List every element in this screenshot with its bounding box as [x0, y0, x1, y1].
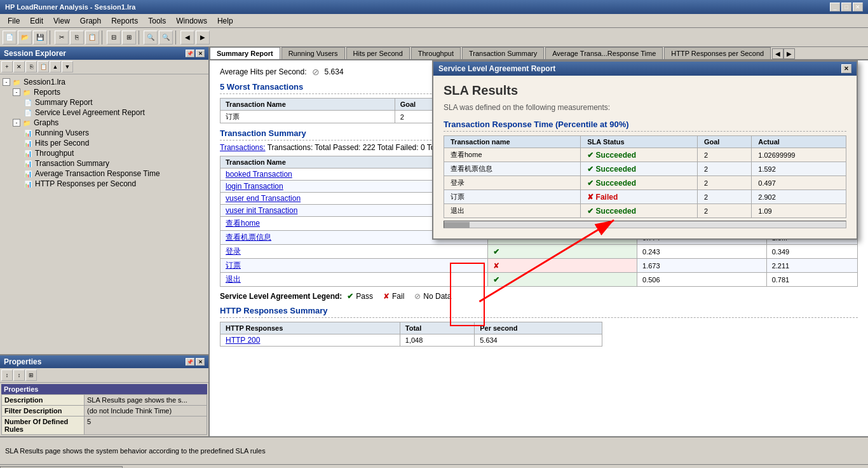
- toolbar-filter2[interactable]: ⊞: [122, 31, 136, 45]
- tree-graphs[interactable]: - 📁 Graphs: [3, 118, 206, 128]
- exp-down-btn[interactable]: ▼: [62, 61, 73, 72]
- exp-remove-btn[interactable]: ✕: [13, 61, 25, 72]
- toolbar-back[interactable]: ◀: [180, 31, 194, 45]
- trans-row-login2: 登录 ✔ 0.243 0.349: [220, 245, 858, 259]
- session-explorer-title: Session Explorer: [4, 49, 66, 58]
- report-content: Average Hits per Second: ⊘ 5.634 View HT…: [210, 60, 868, 436]
- toolbar-copy[interactable]: ⎘: [70, 31, 84, 45]
- sla-horizontal-scrollbar[interactable]: [444, 221, 846, 228]
- panel-close-button[interactable]: ✕: [196, 50, 205, 57]
- toolbar-zoom-in[interactable]: 🔍: [144, 31, 158, 45]
- http-summary-title: HTTP Responses Summary: [220, 306, 858, 318]
- sla-close-button[interactable]: ✕: [841, 64, 851, 73]
- tree-expand-graphs[interactable]: -: [13, 119, 20, 127]
- trans-link-login2[interactable]: 登录: [226, 247, 241, 256]
- sla-scrollbar-thumb[interactable]: [444, 222, 470, 228]
- tab-throughput[interactable]: Throughput: [411, 47, 461, 59]
- tab-transaction-summary[interactable]: Transaction Summary: [462, 47, 544, 59]
- tree-http-responses[interactable]: 📊 HTTP Responses per Second: [3, 179, 206, 189]
- tab-running-vusers[interactable]: Running Vusers: [281, 47, 345, 59]
- toolbar-save[interactable]: 💾: [33, 31, 47, 45]
- tree-throughput[interactable]: 📊 Throughput: [3, 148, 206, 158]
- transactions-link[interactable]: Transactions:: [220, 143, 266, 152]
- tree-expand-reports[interactable]: -: [13, 88, 20, 96]
- minimize-button[interactable]: _: [830, 3, 840, 11]
- trans-link-booked[interactable]: booked Transaction: [226, 170, 292, 179]
- tab-scroll-left[interactable]: ◀: [772, 48, 783, 59]
- exp-copy-btn[interactable]: ⎘: [25, 61, 37, 72]
- properties-controls[interactable]: 📌 ✕: [186, 358, 205, 366]
- http-200-link[interactable]: HTTP 200: [226, 336, 260, 345]
- menu-view[interactable]: View: [48, 15, 75, 27]
- tab-scroll-right[interactable]: ▶: [783, 48, 795, 59]
- toolbar-filter[interactable]: ⊟: [107, 31, 121, 45]
- prop-sort-btn[interactable]: ↕: [1, 369, 13, 381]
- sla-status-book: ✘ Failed: [581, 190, 698, 204]
- tree-avg-transaction[interactable]: 📊 Average Transaction Response Time: [3, 169, 206, 179]
- menu-reports[interactable]: Reports: [106, 15, 143, 27]
- maximize-button[interactable]: □: [841, 3, 851, 11]
- tab-avg-response-time[interactable]: Average Transa...Response Time: [545, 47, 663, 59]
- tree-avg-transaction-label: Average Transaction Response Time: [35, 169, 160, 178]
- trans-link-vuser-init[interactable]: vuser init Transaction: [226, 206, 297, 215]
- properties-pin-button[interactable]: 📌: [186, 358, 194, 366]
- menu-tools[interactable]: Tools: [143, 15, 171, 27]
- toolbar-paste[interactable]: 📋: [85, 31, 99, 45]
- prop-row-filter: Filter Description (do not Include Think…: [2, 406, 207, 416]
- tree-expand-root[interactable]: -: [3, 78, 10, 86]
- properties-close-button[interactable]: ✕: [196, 358, 205, 366]
- tab-http-responses[interactable]: HTTP Responses per Second: [664, 47, 771, 59]
- controller-output-tab[interactable]: i Controller Output Messages: [0, 466, 123, 469]
- trans-link-home[interactable]: 查看home: [226, 219, 260, 228]
- tree-hits-per-second[interactable]: 📊 Hits per Second: [3, 138, 206, 148]
- properties-header: Properties 📌 ✕: [0, 355, 208, 368]
- trans-link-login[interactable]: login Transaction: [226, 182, 283, 191]
- menu-graph[interactable]: Graph: [75, 15, 106, 27]
- tree-root[interactable]: - 📁 Session1.lra: [3, 77, 206, 87]
- sla-row-exit: 退出 ✔ Succeeded 2 1.09: [444, 204, 846, 218]
- toolbar-new[interactable]: 📄: [3, 31, 17, 45]
- sla-status-home: ✔ Succeeded: [581, 148, 698, 162]
- trans-link-vuser-end[interactable]: vuser end Transaction: [226, 194, 301, 203]
- tree-sla-report[interactable]: 📄 Service Level Agreement Report: [3, 107, 206, 118]
- menu-help[interactable]: Help: [212, 15, 238, 27]
- sla-goal-book: 2: [697, 190, 751, 204]
- menu-edit[interactable]: Edit: [25, 15, 48, 27]
- trans-link-exit[interactable]: 退出: [226, 275, 241, 284]
- session-icon: 📁: [11, 78, 22, 86]
- tab-hits-per-second[interactable]: Hits per Second: [346, 47, 410, 59]
- toolbar-zoom-out[interactable]: 🔍: [159, 31, 173, 45]
- toolbar-open[interactable]: 📂: [18, 31, 32, 45]
- sla-status-ticket-value: ✔ Succeeded: [587, 165, 636, 174]
- tree-transaction-summary[interactable]: 📊 Transaction Summary: [3, 158, 206, 169]
- window-controls[interactable]: _ □ ✕: [830, 3, 863, 11]
- tree-reports[interactable]: - 📁 Reports: [3, 87, 206, 97]
- panel-controls[interactable]: 📌 ✕: [186, 50, 205, 57]
- prop-extra-btn[interactable]: ⊞: [25, 369, 37, 381]
- pass-icon: ✔: [347, 292, 353, 301]
- exp-properties-btn[interactable]: 📋: [37, 61, 49, 72]
- sla-main-title: SLA Results: [444, 83, 846, 98]
- prop-sort2-btn[interactable]: ↕: [13, 369, 25, 381]
- sla-dialog-title: Service Level Agreement Report: [438, 64, 555, 73]
- panel-pin-button[interactable]: 📌: [186, 50, 194, 57]
- toolbar-cut[interactable]: ✂: [55, 31, 69, 45]
- trans-link-ticket-info[interactable]: 查看机票信息: [226, 233, 271, 242]
- tab-summary-report[interactable]: Summary Report: [210, 47, 280, 60]
- trans-link-book[interactable]: 订票: [226, 261, 241, 270]
- menu-file[interactable]: File: [3, 15, 25, 27]
- tree-running-vusers[interactable]: 📊 Running Vusers: [3, 128, 206, 138]
- exp-up-btn[interactable]: ▲: [50, 61, 61, 72]
- sla-dialog-controls[interactable]: ✕: [841, 64, 851, 73]
- toolbar-forward[interactable]: ▶: [196, 31, 210, 45]
- sla-actual-exit: 1.09: [752, 204, 846, 218]
- trans-status-exit: ✔: [488, 273, 637, 287]
- close-button[interactable]: ✕: [853, 3, 863, 11]
- exp-add-btn[interactable]: +: [1, 61, 13, 72]
- toolbar-sep2: [102, 31, 104, 45]
- legend-pass-label: Pass: [356, 292, 373, 301]
- tree-summary-report[interactable]: 📄 Summary Report: [3, 97, 206, 107]
- prop-rules-label: Number Of Defined Rules: [2, 416, 85, 435]
- menu-windows[interactable]: Windows: [171, 15, 212, 27]
- trans-status-login2: ✔: [488, 245, 637, 259]
